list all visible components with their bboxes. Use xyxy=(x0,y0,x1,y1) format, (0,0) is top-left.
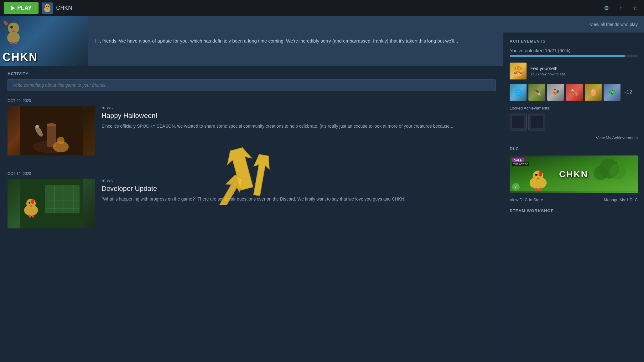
dlc-links: View DLC In Store Manage My 1 DLC xyxy=(510,197,638,202)
game-title-header: CHKN xyxy=(56,5,72,11)
top-bar: PLAY CHKN ⚙ ↑ ☆ xyxy=(0,0,644,16)
news-body-2: NEWS Developer Update "What is happening… xyxy=(101,179,496,228)
dlc-image-title: CHKN xyxy=(559,169,588,179)
friends-bar: View all friends who play xyxy=(503,16,644,33)
play-button[interactable]: PLAY xyxy=(4,2,39,14)
manage-dlc-link[interactable]: Manage My 1 DLC xyxy=(604,197,638,202)
dev-thumb-bg xyxy=(8,179,95,228)
activity-input[interactable] xyxy=(8,79,496,91)
achievement-icons-row: 🌐 🪶 🐓 🍗 🥚 🦚 +12 xyxy=(510,84,638,101)
achievement-icon-5[interactable]: 🥚 xyxy=(585,84,602,101)
play-triangle-icon xyxy=(11,6,15,11)
view-dlc-store-link[interactable]: View DLC In Store xyxy=(510,197,543,202)
main-layout: CHKN Hi, friends. We have a sort-of-upda… xyxy=(0,16,644,362)
svg-point-38 xyxy=(610,163,626,179)
svg-point-34 xyxy=(31,199,34,204)
news-section: OCT 29, 2020 xyxy=(0,99,503,235)
achievement-icon-2[interactable]: 🪶 xyxy=(528,84,545,101)
achievement-unlocked-text: You've unlocked 19/21 (90%) xyxy=(510,48,638,53)
activity-title: ACTIVITY xyxy=(8,71,496,76)
achievement-icon-4[interactable]: 🍗 xyxy=(566,84,583,101)
hero-chicken-icon xyxy=(3,19,24,44)
svg-point-7 xyxy=(8,23,19,34)
hero-block: CHKN Hi, friends. We have a sort-of-upda… xyxy=(0,16,503,66)
hero-chkn-text: CHKN xyxy=(3,51,38,64)
svg-point-30 xyxy=(29,202,30,204)
svg-point-39 xyxy=(594,166,608,180)
news-item-2[interactable]: NEWS Developer Update "What is happening… xyxy=(8,179,496,235)
svg-point-17 xyxy=(36,125,39,128)
featured-achievement-icon: 🍔 xyxy=(510,63,527,79)
unlocked-percent: (90%) xyxy=(558,48,570,53)
achievements-title: ACHIEVEMENTS xyxy=(510,39,638,43)
achievement-icon-6[interactable]: 🦚 xyxy=(604,84,621,101)
news-headline-1[interactable]: Happy Halloween! xyxy=(101,112,496,120)
halloween-scene-icon xyxy=(20,106,83,156)
news-body-1: NEWS Happy Halloween! Since it's officia… xyxy=(101,106,496,156)
hero-text-area: Hi, friends. We have a sort-of-update fo… xyxy=(88,16,503,66)
news-thumb-2 xyxy=(8,179,95,228)
locked-icon-1 xyxy=(510,114,527,130)
upload-button[interactable]: ↑ xyxy=(616,3,626,13)
locked-icon-2 xyxy=(528,114,545,130)
more-achievements-count: +12 xyxy=(624,89,632,95)
achievement-icon-1[interactable]: 🌐 xyxy=(510,84,527,101)
news-headline-2[interactable]: Developer Update xyxy=(101,185,496,193)
news-tag-2: NEWS xyxy=(101,179,496,183)
activity-section: ACTIVITY xyxy=(0,66,503,96)
news-date-1: OCT 29, 2020 xyxy=(8,99,496,103)
dlc-section: DLC SALE THE ART OF ✓ xyxy=(503,146,644,208)
progress-bar-container xyxy=(510,55,638,57)
svg-point-8 xyxy=(10,26,13,28)
star-icon: ☆ xyxy=(633,5,638,12)
svg-rect-32 xyxy=(29,215,31,217)
dlc-sale-badge: SALE xyxy=(512,158,524,163)
top-bar-right: ⚙ ↑ ☆ xyxy=(601,3,640,13)
svg-rect-10 xyxy=(10,42,13,44)
favorite-button[interactable]: ☆ xyxy=(630,3,640,13)
news-item-1[interactable]: NEWS Happy Halloween! Since it's officia… xyxy=(8,106,496,162)
svg-rect-33 xyxy=(32,215,34,217)
svg-rect-11 xyxy=(14,42,17,44)
settings-icon: ⚙ xyxy=(604,5,609,12)
view-achievements-link[interactable]: View My Achievements xyxy=(596,135,638,140)
achievement-description: You know how to eat. xyxy=(530,72,566,76)
dlc-art-badge: THE ART OF xyxy=(512,162,529,166)
svg-rect-45 xyxy=(539,188,542,191)
achievements-section: ACHIEVEMENTS You've unlocked 19/21 (90%)… xyxy=(503,33,644,140)
svg-point-42 xyxy=(535,174,538,176)
hero-news-text: Hi, friends. We have a sort-of-update fo… xyxy=(95,38,496,45)
svg-point-4 xyxy=(48,6,49,7)
halloween-thumb-bg xyxy=(8,106,95,156)
achievement-name: Fed yourself! xyxy=(530,66,566,71)
unlocked-text: You've unlocked 19/21 xyxy=(510,48,557,53)
dev-scene-icon xyxy=(20,179,83,228)
svg-rect-44 xyxy=(535,188,538,191)
news-date-2: OCT 14, 2020 xyxy=(8,171,496,176)
dlc-image[interactable]: SALE THE ART OF ✓ xyxy=(510,156,638,193)
friends-link[interactable]: View all friends who play xyxy=(590,22,638,27)
locked-icons-row xyxy=(510,114,638,130)
news-tag-1: NEWS xyxy=(101,106,496,110)
svg-point-15 xyxy=(47,123,56,126)
right-sidebar: View all friends who play ACHIEVEMENTS Y… xyxy=(503,16,644,362)
hero-image: CHKN xyxy=(0,16,88,66)
progress-bar-fill xyxy=(510,55,625,57)
locked-icon-inner-2 xyxy=(531,116,543,128)
achievement-icon-3[interactable]: 🐓 xyxy=(547,84,564,101)
play-label: PLAY xyxy=(17,5,32,11)
workshop-title: STEAM WORKSHOP xyxy=(510,208,638,213)
svg-point-3 xyxy=(46,6,47,7)
featured-achievement: 🍔 Fed yourself! You know how to eat. xyxy=(510,63,638,79)
dlc-checkmark-icon: ✓ xyxy=(512,183,520,191)
locked-icon-inner-1 xyxy=(512,116,524,128)
news-excerpt-1: Since it's officially SPOOKY SEASON, we … xyxy=(101,123,496,130)
view-achievements-container: View My Achievements xyxy=(510,135,638,140)
svg-point-46 xyxy=(539,171,542,176)
achievement-info: Fed yourself! You know how to eat. xyxy=(530,66,566,76)
news-excerpt-2: "What is happening with progress on the … xyxy=(101,196,496,202)
dlc-title: DLC xyxy=(510,146,638,151)
upload-icon: ↑ xyxy=(620,5,622,11)
svg-rect-21 xyxy=(45,185,80,213)
settings-button[interactable]: ⚙ xyxy=(601,3,611,13)
